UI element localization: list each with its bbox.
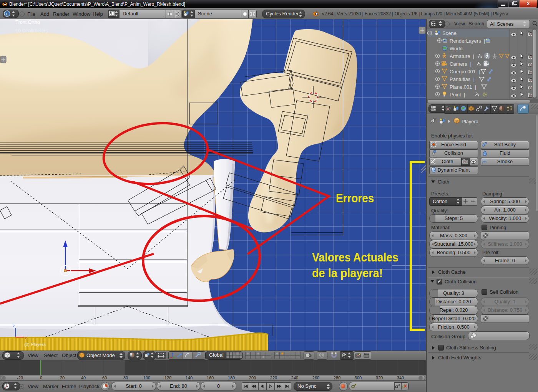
svg-text:220: 220: [270, 375, 277, 380]
svg-text:120: 120: [164, 375, 171, 380]
svg-text:260: 260: [312, 375, 319, 380]
svg-text:60: 60: [102, 375, 107, 380]
svg-text:20: 20: [60, 375, 65, 380]
svg-text:i: i: [6, 12, 7, 16]
svg-text:160: 160: [207, 375, 214, 380]
svg-text:10 Centimeters: 10 Centimeters: [15, 28, 48, 33]
svg-text:Front Ortho: Front Ortho: [15, 20, 40, 25]
svg-text:320: 320: [376, 375, 383, 380]
svg-text:100: 100: [143, 375, 150, 380]
svg-text:80: 80: [123, 375, 128, 380]
svg-text:180: 180: [228, 375, 235, 380]
svg-text:0: 0: [40, 375, 42, 380]
svg-text:(0) Playera: (0) Playera: [24, 342, 46, 347]
svg-text:40: 40: [81, 375, 86, 380]
svg-text:300: 300: [355, 375, 362, 380]
svg-text:Valores Actuales: Valores Actuales: [312, 251, 399, 264]
svg-text:de la playera!: de la playera!: [312, 266, 383, 280]
svg-text:200: 200: [249, 375, 256, 380]
svg-text:Errores: Errores: [336, 192, 374, 205]
svg-text:z: z: [13, 323, 15, 328]
svg-text:-20: -20: [17, 375, 23, 380]
svg-text:x: x: [25, 336, 27, 340]
svg-text:140: 140: [186, 375, 193, 380]
svg-text:240: 240: [291, 375, 298, 380]
svg-text:340: 340: [397, 375, 404, 380]
svg-text:280: 280: [334, 375, 340, 380]
